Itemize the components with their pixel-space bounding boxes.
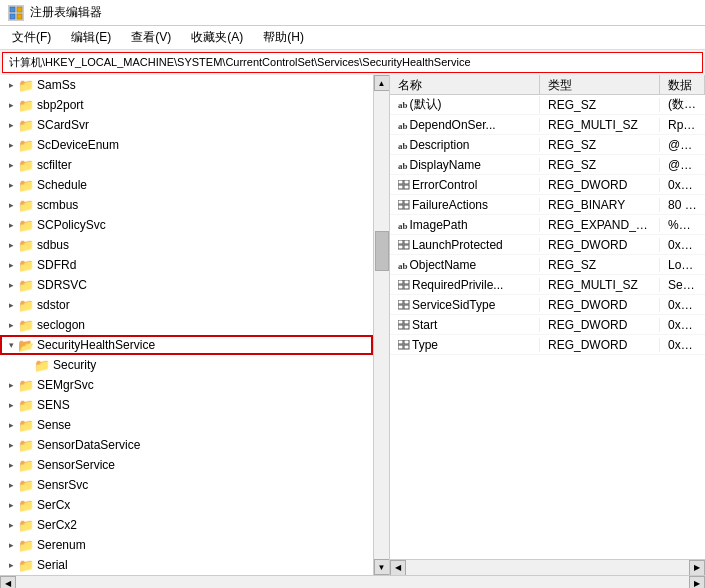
table-row[interactable]: abImagePathREG_EXPAND_SZ%SystemRo [390, 215, 705, 235]
tree-h-scroll-left[interactable]: ◀ [0, 576, 16, 589]
tree-item-scpolicysvc[interactable]: ▸📁SCPolicySvc [0, 215, 373, 235]
tree-arrow-scdeviceenum[interactable]: ▸ [4, 138, 18, 152]
table-row[interactable]: StartREG_DWORD0x00000002 [390, 315, 705, 335]
cell-name-9: RequiredPrivile... [390, 278, 540, 292]
table-row[interactable]: TypeREG_DWORD0x00000010 [390, 335, 705, 355]
tree-scroll[interactable]: ▸📁SamSs▸📁sbp2port▸📁SCardSvr▸📁ScDeviceEnu… [0, 75, 389, 575]
tree-arrow-scpolicysvc[interactable]: ▸ [4, 218, 18, 232]
scrollbar-thumb[interactable] [375, 231, 389, 271]
address-bar[interactable]: 计算机\HKEY_LOCAL_MACHINE\SYSTEM\CurrentCon… [2, 52, 703, 73]
tree-item-sens[interactable]: ▸📁SENS [0, 395, 373, 415]
tree-arrow-sbp2port[interactable]: ▸ [4, 98, 18, 112]
table-row[interactable]: abDependOnSer...REG_MULTI_SZRpcSs [390, 115, 705, 135]
tree-arrow-sdrsvc[interactable]: ▸ [4, 278, 18, 292]
tree-arrow-samss[interactable]: ▸ [4, 78, 18, 92]
tree-item-sdbus[interactable]: ▸📁sdbus [0, 235, 373, 255]
tree-arrow-serial[interactable]: ▸ [4, 558, 18, 572]
scrollbar-up-button[interactable]: ▲ [374, 75, 390, 91]
tree-label-sdstor: sdstor [37, 298, 70, 312]
tree-item-sdstor[interactable]: ▸📁sdstor [0, 295, 373, 315]
name-text-6: ImagePath [410, 218, 468, 232]
tree-arrow-securityhealthservice[interactable]: ▾ [4, 338, 18, 352]
h-scroll-right-button[interactable]: ▶ [689, 560, 705, 576]
tree-arrow-sens[interactable]: ▸ [4, 398, 18, 412]
tree-arrow-sensrsvc[interactable]: ▸ [4, 478, 18, 492]
tree-arrow-sense[interactable]: ▸ [4, 418, 18, 432]
table-row[interactable]: LaunchProtectedREG_DWORD0x00000002 [390, 235, 705, 255]
h-scroll-left-button[interactable]: ◀ [390, 560, 406, 576]
tree-arrow-sensordataservice[interactable]: ▸ [4, 438, 18, 452]
tree-item-sdrsvc[interactable]: ▸📁SDRSVC [0, 275, 373, 295]
tree-arrow-scardsvr[interactable]: ▸ [4, 118, 18, 132]
cell-data-1: RpcSs [660, 118, 705, 132]
col-header-name[interactable]: 名称 [390, 75, 540, 94]
tree-item-seclogon[interactable]: ▸📁seclogon [0, 315, 373, 335]
tree-item-security[interactable]: 📁Security [0, 355, 373, 375]
tree-item-sercx2[interactable]: ▸📁SerCx2 [0, 515, 373, 535]
table-row[interactable]: ab(默认)REG_SZ(数值未设置 [390, 95, 705, 115]
tree-item-sercx[interactable]: ▸📁SerCx [0, 495, 373, 515]
table-row[interactable]: abDescriptionREG_SZ@%system [390, 135, 705, 155]
tree-arrow-schedule[interactable]: ▸ [4, 178, 18, 192]
cell-type-11: REG_DWORD [540, 318, 660, 332]
tree-arrow-sdfrd[interactable]: ▸ [4, 258, 18, 272]
tree-item-scdeviceenum[interactable]: ▸📁ScDeviceEnum [0, 135, 373, 155]
tree-arrow-semgrsvc[interactable]: ▸ [4, 378, 18, 392]
tree-item-serial[interactable]: ▸📁Serial [0, 555, 373, 575]
tree-item-serenum[interactable]: ▸📁Serenum [0, 535, 373, 555]
tree-item-schedule[interactable]: ▸📁Schedule [0, 175, 373, 195]
tree-arrow-sercx2[interactable]: ▸ [4, 518, 18, 532]
tree-item-semgrsvc[interactable]: ▸📁SEMgrSvc [0, 375, 373, 395]
tree-label-sercx2: SerCx2 [37, 518, 77, 532]
tree-arrow-sensorservice[interactable]: ▸ [4, 458, 18, 472]
tree-item-sbp2port[interactable]: ▸📁sbp2port [0, 95, 373, 115]
scrollbar-down-button[interactable]: ▼ [374, 559, 390, 575]
table-row[interactable]: abObjectNameREG_SZLocalSystem [390, 255, 705, 275]
svg-rect-7 [404, 185, 409, 189]
table-row[interactable]: FailureActionsREG_BINARY80 51 01 00 [390, 195, 705, 215]
tree-item-sense[interactable]: ▸📁Sense [0, 415, 373, 435]
scrollbar-track[interactable] [374, 91, 389, 559]
table-row[interactable]: ErrorControlREG_DWORD0x00000001 [390, 175, 705, 195]
tree-arrow-scmbus[interactable]: ▸ [4, 198, 18, 212]
tree-item-samss[interactable]: ▸📁SamSs [0, 75, 373, 95]
tree-arrow-sdbus[interactable]: ▸ [4, 238, 18, 252]
svg-rect-2 [10, 14, 15, 19]
menu-view[interactable]: 查看(V) [127, 27, 175, 48]
tree-arrow-seclogon[interactable]: ▸ [4, 318, 18, 332]
menu-edit[interactable]: 编辑(E) [67, 27, 115, 48]
tree-item-securityhealthservice[interactable]: ▾📂SecurityHealthService [0, 335, 373, 355]
table-row[interactable]: RequiredPrivile...REG_MULTI_SZSeImperson [390, 275, 705, 295]
tree-arrow-serenum[interactable]: ▸ [4, 538, 18, 552]
menu-favorites[interactable]: 收藏夹(A) [187, 27, 247, 48]
tree-item-scardsvr[interactable]: ▸📁SCardSvr [0, 115, 373, 135]
tree-item-scmbus[interactable]: ▸📁scmbus [0, 195, 373, 215]
ab-icon: ab [398, 118, 410, 132]
menu-help[interactable]: 帮助(H) [259, 27, 308, 48]
tree-item-sensordataservice[interactable]: ▸📁SensorDataService [0, 435, 373, 455]
grid-icon [398, 178, 412, 192]
tree-arrow-sercx[interactable]: ▸ [4, 498, 18, 512]
tree-item-sensrsvc[interactable]: ▸📁SensrSvc [0, 475, 373, 495]
folder-icon-sense: 📁 [18, 418, 34, 433]
tree-item-sdfrd[interactable]: ▸📁SDFRd [0, 255, 373, 275]
col-header-data[interactable]: 数据 [660, 75, 705, 94]
svg-rect-8 [398, 200, 403, 204]
tree-h-scroll-right[interactable]: ▶ [689, 576, 705, 589]
menu-file[interactable]: 文件(F) [8, 27, 55, 48]
tree-arrow-security[interactable] [20, 358, 34, 372]
title-bar: 注册表编辑器 [0, 0, 705, 26]
tree-item-sensorservice[interactable]: ▸📁SensorService [0, 455, 373, 475]
folder-icon-schedule: 📁 [18, 178, 34, 193]
app-window: 注册表编辑器 文件(F) 编辑(E) 查看(V) 收藏夹(A) 帮助(H) 计算… [0, 0, 705, 588]
svg-rect-31 [404, 345, 409, 349]
tree-arrow-scfilter[interactable]: ▸ [4, 158, 18, 172]
table-row[interactable]: ServiceSidTypeREG_DWORD0x00000001 [390, 295, 705, 315]
col-header-type[interactable]: 类型 [540, 75, 660, 94]
table-row[interactable]: abDisplayNameREG_SZ@%system [390, 155, 705, 175]
ab-icon: ab [398, 97, 410, 111]
cell-data-11: 0x00000002 [660, 318, 705, 332]
tree-arrow-sdstor[interactable]: ▸ [4, 298, 18, 312]
tree-label-sensorservice: SensorService [37, 458, 115, 472]
tree-item-scfilter[interactable]: ▸📁scfilter [0, 155, 373, 175]
